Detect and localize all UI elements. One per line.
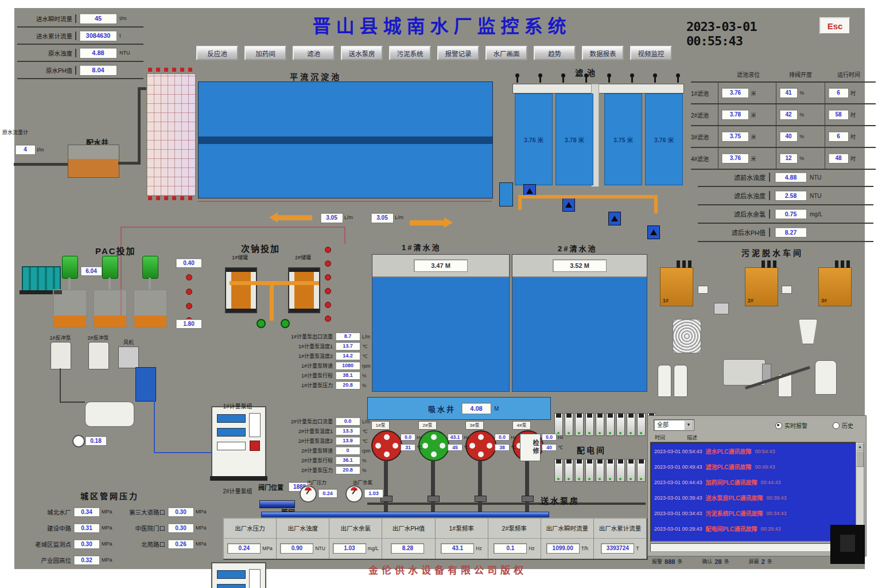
alarm-col-desc: 描述 <box>687 434 697 441</box>
hypo-tank-1 <box>225 267 257 313</box>
chlorine-gauge-value: 1.03 <box>364 489 383 498</box>
esc-button[interactable]: Esc <box>819 17 850 34</box>
backwash-pump-1 <box>50 342 71 369</box>
hypo-valve-2[interactable] <box>281 319 290 328</box>
hypo-pipe-v <box>270 285 274 321</box>
level-meter-icon <box>72 435 85 447</box>
alarm-row[interactable]: 2023-03-01 00:34:43 污泥系统PLC通讯故障 00:34:43 <box>651 505 857 521</box>
level-cell: 3.76米 <box>718 83 776 103</box>
field-unit: NTU <box>119 50 130 56</box>
alarm-filter-dropdown[interactable]: 全部 ▼ <box>654 419 694 431</box>
drain-valve-3[interactable] <box>608 212 621 225</box>
hypo-run-indicators <box>325 247 331 322</box>
inlet-data-row: 原水PH值 8.04 <box>17 62 143 79</box>
backwash-pump2-label: 2#反冲泵 <box>84 334 112 341</box>
radio-icon <box>775 422 782 429</box>
pump-temperature: 31℃ <box>401 444 422 451</box>
alarm-col-time: 时间 <box>655 434 665 441</box>
outlet-column: 出厂水瞬时流量 1099.00T/h <box>541 519 594 559</box>
drain-valve-2[interactable] <box>562 198 575 212</box>
field-label: 滤后水PH值 <box>698 228 770 237</box>
dosing-cabinet-2 <box>211 562 266 588</box>
filter-table-row: 3#滤池 3.75米 40% 6时 <box>691 126 876 148</box>
pump-station-label: 送水泵房 <box>541 494 580 506</box>
nav-button[interactable]: 数据报表 <box>582 46 624 60</box>
filter-cell[interactable]: 3.76 米 <box>515 94 553 185</box>
stack-icon <box>773 260 776 268</box>
alarm-row[interactable]: 2023-03-01 00:54:43 进水PLC通讯故障 00:54:43 <box>651 443 857 459</box>
chevron-down-icon[interactable]: ▼ <box>684 420 693 430</box>
hypo-tank-2 <box>288 267 320 313</box>
dosing-data-row: 1#计量泵行程 38.1 % <box>265 371 374 380</box>
filter-table-row: 2#滤池 3.78米 42% 58时 <box>691 104 876 126</box>
filter-valve-strip <box>516 76 679 83</box>
distribution-well-tank <box>68 145 119 178</box>
sludge-connector-2 <box>782 286 792 294</box>
nav-button[interactable]: 污泥系统 <box>389 46 431 60</box>
hypo-tank2-label: 2#储罐 <box>282 254 324 261</box>
radio-history[interactable]: 历史 <box>833 421 853 430</box>
page-title: 晋山县城南水厂监控系统 <box>290 11 594 38</box>
alarm-row[interactable]: 2023-03-01 00:44:43 加药间PLC通讯故障 00:44:43 <box>651 474 857 490</box>
row-name: 2#滤池 <box>691 111 718 119</box>
outlet-column: 出厂水余氯 1.03mg/L <box>329 519 382 559</box>
sludge-pump <box>714 303 729 314</box>
filter-status-table: 滤池液位 排阀开度 运行时间 1#滤池 3.76米 41% 6时 2#滤池 3.… <box>691 67 876 170</box>
sludge-tank: 3# <box>818 267 852 306</box>
nav-button[interactable]: 视频监控 <box>630 46 672 60</box>
pump-name: 2#泵 <box>418 421 437 430</box>
field-label: 滤前水浊度 <box>698 173 770 182</box>
stack-icon <box>846 260 850 268</box>
nav-button[interactable]: 滤池 <box>293 46 335 60</box>
nav-button[interactable]: 水厂画面 <box>485 46 527 60</box>
alarm-list: 2023-03-01 00:54:43 进水PLC通讯故障 00:54:43 2… <box>650 442 858 542</box>
scrollbar-thumb[interactable] <box>856 451 864 467</box>
drain-valve-4[interactable] <box>647 225 660 239</box>
alarm-stat: 屏蔽 2 条 <box>749 558 772 565</box>
dosing-cabinet-1 <box>211 406 266 477</box>
nav-button[interactable]: 趋势 <box>534 46 576 60</box>
row-name: 1#滤池 <box>691 89 718 98</box>
time-cell: 6时 <box>825 126 876 147</box>
flow-arrow-right-icon <box>410 220 444 225</box>
scroll-up-icon[interactable]: ▲ <box>856 443 864 451</box>
flow-arrow-left-icon <box>278 215 312 220</box>
mixer-motor-icon <box>142 256 158 279</box>
backwash-pump1-label: 1#反冲泵 <box>46 334 75 341</box>
hypo-valve-1[interactable] <box>257 319 266 328</box>
filter-cell[interactable]: 3.78 米 <box>555 94 593 185</box>
suction-well-label: 吸水井 <box>428 403 456 414</box>
dosing-cabinet-1-label: 1#计量泵组 <box>211 402 264 410</box>
filter-cells: 3.76 米3.78 米3.75 米3.76 米 <box>515 94 683 185</box>
field-value: 4.88 <box>79 48 117 59</box>
filter-cell[interactable]: 3.75 米 <box>604 94 642 185</box>
filter-table-row: 4#滤池 3.76米 12% 48时 <box>691 148 876 170</box>
pac-mixer-3 <box>133 256 166 327</box>
outlet-column: 出厂水PH值 8.28 <box>382 519 435 559</box>
pump-icon <box>418 430 449 461</box>
alarm-row[interactable]: 2023-03-01 00:39:43 送水泵房PLC通讯故障 00:39:43 <box>651 490 857 505</box>
alarm-stat: 报警 888 条 <box>652 558 682 565</box>
nav-button[interactable]: 送水泵房 <box>341 46 383 60</box>
suction-well: 吸水井 4.08 M <box>367 397 551 420</box>
pump-name: 3#泵 <box>465 421 484 430</box>
level-cell: 3.78米 <box>718 104 776 125</box>
thickener-coil <box>673 319 701 353</box>
stack-icon <box>767 260 771 268</box>
dosing-data-row: 2#计量泵转速 0 rpm <box>265 446 374 455</box>
maintenance-tag: 检修 <box>520 434 541 461</box>
nav-button[interactable]: 加药间 <box>244 46 286 60</box>
inlet-data-row: 进水瞬时流量 45 t/m <box>17 10 143 28</box>
network-pressure-left: 城北水厂 0.34 MPa 建设中路 0.31 MPa 老城区监测点 0.30 … <box>21 504 112 568</box>
alarm-input-strip[interactable] <box>650 543 853 552</box>
nav-button[interactable]: 报警记录 <box>437 46 479 60</box>
hypo-pipe-h <box>230 281 319 285</box>
dosing-data-row: 1#计量泵压力 20.8 % <box>265 380 374 390</box>
alarm-row[interactable]: 2023-03-01 00:29:43 配电间PLC通讯故障 00:29:43 <box>651 521 857 536</box>
alarm-row[interactable]: 2023-03-01 00:49:43 滤池PLC通讯故障 00:49:43 <box>651 459 857 474</box>
breaker-row-bottom <box>554 459 656 482</box>
filter-cell[interactable]: 3.76 米 <box>645 94 683 185</box>
nav-button[interactable]: 反应池 <box>196 46 238 60</box>
dosing-line-v2 <box>344 228 345 244</box>
radio-realtime[interactable]: 实时报警 <box>775 421 807 430</box>
